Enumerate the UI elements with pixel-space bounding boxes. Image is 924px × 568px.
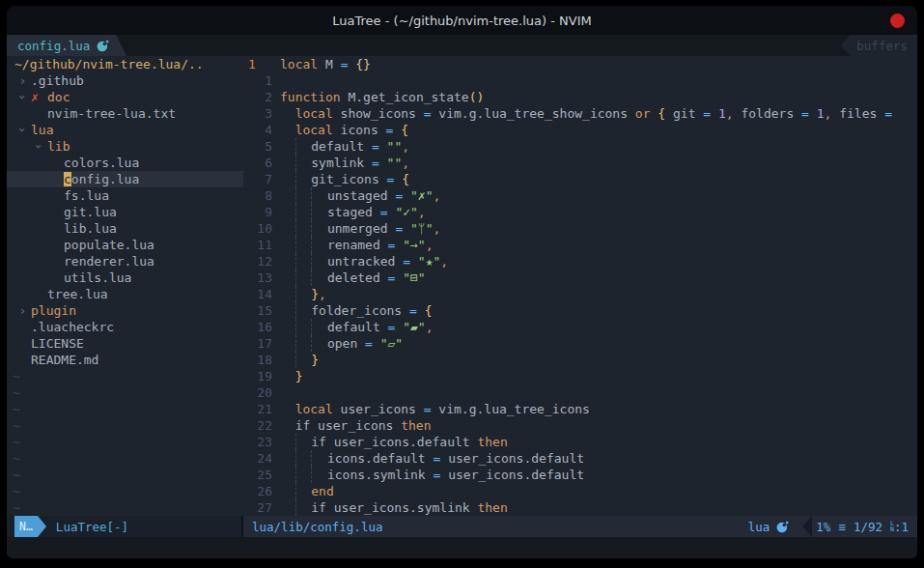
indent-guide xyxy=(295,237,312,253)
empty-line-tilde: ~ xyxy=(7,384,243,401)
lines-icon: ≡ xyxy=(838,520,846,534)
code-line: 24icons.default = user_icons.default xyxy=(243,450,917,467)
tree-item-git.lua[interactable]: git.lua xyxy=(7,204,243,220)
indent-guide xyxy=(295,499,312,516)
tree-item-utils.lua[interactable]: utils.lua xyxy=(7,270,243,286)
chevron-down-icon: › xyxy=(31,138,47,155)
tree-item-colors.lua[interactable]: colors.lua xyxy=(7,155,243,171)
tree-item-renderer.lua[interactable]: renderer.lua xyxy=(7,253,243,270)
file-tree[interactable]: ~/github/nvim-tree.lua/.. ›.github›✗docn… xyxy=(7,56,243,516)
line-number: 21 xyxy=(243,401,280,417)
code-line: 6symlink = "", xyxy=(243,155,917,171)
statusline-tree: N… LuaTree[-] xyxy=(7,516,243,537)
titlebar: LuaTree - (~/github/nvim-tree.lua) - NVI… xyxy=(7,6,917,35)
command-line[interactable] xyxy=(7,537,917,558)
git-dirty-icon: ✗ xyxy=(31,89,47,105)
indent xyxy=(280,270,295,286)
indent xyxy=(280,171,295,187)
code-line: 27if user_icons.symlink then xyxy=(243,499,917,516)
line-number: 5 xyxy=(243,138,280,155)
line-number: 12 xyxy=(243,253,280,270)
indent xyxy=(280,368,295,384)
indent-guide xyxy=(295,220,312,237)
code-line: 16default = "▰", xyxy=(243,319,917,335)
cursor-block: c xyxy=(64,172,71,186)
tree-item-README.md[interactable]: README.md xyxy=(7,352,243,368)
indent xyxy=(280,286,295,302)
code-line: 8unstaged = "✗", xyxy=(243,187,917,204)
window-title: LuaTree - (~/github/nvim-tree.lua) - NVI… xyxy=(332,14,591,28)
indent-guide xyxy=(295,171,312,187)
line-number: 26 xyxy=(243,483,280,499)
line-number-indicator: L N :1 xyxy=(890,520,909,534)
close-button[interactable] xyxy=(890,14,905,28)
chevron-down-icon: › xyxy=(14,89,31,105)
indent xyxy=(280,237,295,253)
indent xyxy=(280,417,295,434)
tree-item-config.lua[interactable]: config.lua xyxy=(7,171,243,187)
indent xyxy=(280,155,295,171)
code-line: 15folder_icons = { xyxy=(243,302,917,319)
tabline-buffers-section[interactable]: buffers xyxy=(840,35,917,56)
line-number: 23 xyxy=(243,434,280,450)
tree-item-plugin[interactable]: ›plugin xyxy=(7,302,243,319)
empty-line-tilde: ~ xyxy=(7,483,243,499)
tree-item-tree.lua[interactable]: tree.lua xyxy=(7,286,243,302)
tabline: config.lua buffers xyxy=(7,35,917,56)
tree-item-doc[interactable]: ›✗doc xyxy=(7,89,243,105)
statusline-filetype: lua xyxy=(748,520,790,534)
code-line: 25icons.symlink = user_icons.default xyxy=(243,467,917,483)
code-line: 3local show_icons = vim.g.lua_tree_show_… xyxy=(243,105,917,122)
indent-guide xyxy=(311,467,327,483)
empty-line-tilde: ~ xyxy=(7,417,243,434)
line-number: 25 xyxy=(243,467,280,483)
indent xyxy=(280,122,295,138)
statusline: N… LuaTree[-] lua/lib/config.lua lua 1% … xyxy=(7,516,917,537)
tree-item-LICENSE[interactable]: LICENSE xyxy=(7,335,243,352)
line-number: 8 xyxy=(243,187,280,204)
line-position: 1/92 xyxy=(854,520,882,534)
statusline-position: 1% ≡ 1/92 L N :1 xyxy=(816,520,917,534)
code-line: 10unmerged = "ᛘ", xyxy=(243,220,917,237)
tab-config-lua[interactable]: config.lua xyxy=(7,35,126,56)
indent-guide xyxy=(295,483,312,499)
powerline-chevron-left-icon xyxy=(802,516,812,537)
code-editor[interactable]: 1local M = {}12function M.get_icon_state… xyxy=(243,56,917,516)
line-number: 11 xyxy=(243,237,280,253)
powerline-arrow-icon xyxy=(38,516,46,537)
nvim-window: LuaTree - (~/github/nvim-tree.lua) - NVI… xyxy=(7,6,917,558)
tree-item-lib.lua[interactable]: lib.lua xyxy=(7,220,243,237)
tree-item-nvim-tree-lua.txt[interactable]: nvim-tree-lua.txt xyxy=(7,105,243,122)
tree-item-.github[interactable]: ›.github xyxy=(7,72,243,89)
line-number: 6 xyxy=(243,155,280,171)
indent-guide xyxy=(295,155,312,171)
code-line: 4local icons = { xyxy=(243,122,917,138)
code-line: 5default = "", xyxy=(243,138,917,155)
tree-item-lua[interactable]: ›lua xyxy=(7,122,243,138)
code-line: 1local M = {} xyxy=(243,56,917,72)
indent xyxy=(280,204,295,220)
indent xyxy=(280,253,295,270)
indent-guide xyxy=(311,220,327,237)
empty-line-tilde: ~ xyxy=(7,467,243,483)
tree-item-.luacheckrc[interactable]: .luacheckrc xyxy=(7,319,243,335)
code-line: 21local user_icons = vim.g.lua_tree_icon… xyxy=(243,401,917,417)
tree-item-populate.lua[interactable]: populate.lua xyxy=(7,237,243,253)
code-line: 7git_icons = { xyxy=(243,171,917,187)
indent-guide xyxy=(311,204,327,220)
indent xyxy=(280,187,295,204)
statusline-tree-name: LuaTree[-] xyxy=(56,520,128,534)
empty-line-tilde: ~ xyxy=(7,368,243,384)
tree-item-fs.lua[interactable]: fs.lua xyxy=(7,187,243,204)
line-number: 1 xyxy=(243,72,280,89)
main-split: ~/github/nvim-tree.lua/.. ›.github›✗docn… xyxy=(7,56,917,516)
line-number: 10 xyxy=(243,220,280,237)
indent xyxy=(280,220,295,237)
indent-guide xyxy=(295,319,312,335)
indent xyxy=(280,319,295,335)
code-line: 18} xyxy=(243,352,917,368)
tree-item-lib[interactable]: ›lib xyxy=(7,138,243,155)
indent xyxy=(280,434,295,450)
code-line: 17open = "▱" xyxy=(243,335,917,352)
indent-guide xyxy=(295,450,312,467)
